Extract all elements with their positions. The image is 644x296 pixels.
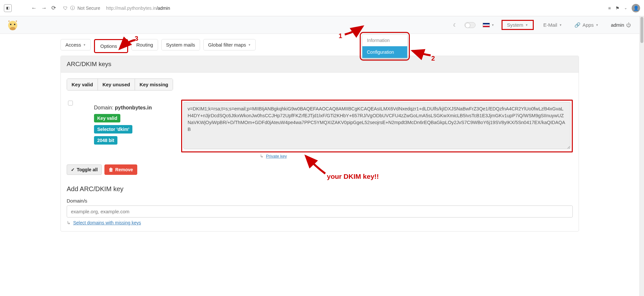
dark-mode-toggle[interactable] [464,22,476,28]
badge-bits: 2048 bit [94,136,117,145]
dark-mode-icon: ☾ [453,22,457,28]
add-key-title: Add ARC/DKIM key [67,185,573,193]
nav-apps-label: Apps [583,22,594,28]
trash-icon: 🗑 [109,167,113,172]
key-status-filter: Key valid Key unused Key missing [67,78,173,91]
select-missing-line: ↳ Select domains with missing keys [67,220,573,225]
check-icon: ✓ [71,167,75,172]
badge-selector: Selector 'dkim' [94,125,132,134]
info-icon: ⓘ [70,5,75,11]
select-missing-link[interactable]: Select domains with missing keys [73,220,141,225]
filter-key-unused[interactable]: Key unused [98,79,135,90]
domains-input[interactable] [67,205,573,218]
back-icon[interactable]: ← [31,5,37,11]
tab-access[interactable]: Access▼ [60,39,91,50]
badge-key-valid: Key valid [94,114,120,122]
config-tabs: Access▼ Options▼ Routing System mails Gl… [0,34,639,53]
language-switcher[interactable]: ▼ [483,23,494,27]
svg-point-2 [10,23,11,25]
user-menu[interactable]: admin ⏻ [608,21,634,29]
system-dropdown: Information Configuration [362,34,408,58]
dkim-key-textarea[interactable] [183,102,570,149]
tab-global-filter[interactable]: Global filter maps▼ [203,39,256,50]
url-path: /admin [156,6,170,11]
chevron-down-icon: ▼ [559,23,562,27]
domain-value: pythonbytes.in [115,105,152,110]
private-key-link[interactable]: Private key [266,154,287,159]
dkim-key-row: Domain: pythonbytes.in Key valid Selecto… [67,100,573,152]
mailcow-logo[interactable] [6,18,20,32]
tab-options-label: Options [100,43,117,49]
chevron-down-icon: ▼ [525,23,528,27]
return-arrow-icon: ↳ [260,154,263,159]
link-icon: 🔗 [574,22,581,28]
app-header: ☾ ▼ System ▼ E-Mail ▼ 🔗 Apps ▼ admin ⏻ [0,16,639,34]
nav-email-label: E-Mail [543,22,557,28]
bookmark-icon[interactable]: ⚑ [615,6,620,11]
chevron-down-icon: ▼ [83,43,86,47]
security-indicator[interactable]: 🛡 ⓘ Not Secure [63,5,100,11]
chevron-down-icon: ▼ [119,45,122,48]
scrollbar-thumb[interactable] [640,17,643,43]
chevron-down-icon: ▼ [248,43,251,47]
dkim-key-container [181,100,573,152]
panel-title: ARC/DKIM keys [61,56,579,73]
toggle-all-label: Toggle all [77,167,98,172]
nav-system[interactable]: System ▼ [502,20,534,30]
browser-toolbar: ◧ ← → ⟳ 🛡 ⓘ Not Secure http://mail.pytho… [0,0,644,16]
forward-icon[interactable]: → [41,5,47,11]
profile-avatar-icon[interactable]: 👤 [632,4,640,12]
domains-field-label: Domain/s [67,198,573,204]
shield-icon: 🛡 [63,6,68,11]
domain-label: Domain: [94,105,114,110]
svg-point-3 [14,23,15,25]
nav-apps[interactable]: 🔗 Apps ▼ [572,21,601,29]
row-checkbox[interactable] [68,101,73,106]
nav-email[interactable]: E-Mail ▼ [541,21,565,29]
remove-label: Remove [115,167,133,172]
chevron-down-icon[interactable]: ⌄ [624,6,627,10]
dropdown-item-configuration[interactable]: Configuration [362,46,407,58]
nav-system-label: System [507,22,523,28]
tab-routing[interactable]: Routing [131,39,158,50]
filter-key-valid[interactable]: Key valid [67,79,98,90]
tab-system-mails[interactable]: System mails [161,39,200,50]
tab-global-filter-label: Global filter maps [208,42,246,48]
power-icon: ⏻ [626,22,631,28]
chevron-down-icon: ▼ [491,23,494,27]
sidebar-toggle-icon[interactable]: ◧ [4,4,12,12]
not-secure-label: Not Secure [77,6,100,11]
reader-icon[interactable]: ≡ [608,6,611,11]
reload-icon[interactable]: ⟳ [51,5,56,11]
uk-flag-icon [483,23,490,27]
scrollbar[interactable] [639,16,644,296]
toggle-all-button[interactable]: ✓Toggle all [67,164,102,175]
return-arrow-icon: ↳ [67,220,71,225]
username-label: admin [611,22,624,28]
remove-button[interactable]: 🗑Remove [104,164,137,175]
dkim-panel: ARC/DKIM keys Key valid Key unused Key m… [60,56,579,232]
tab-options[interactable]: Options▼ [94,39,128,53]
filter-key-missing[interactable]: Key missing [135,79,173,90]
bulk-actions: ✓Toggle all 🗑Remove [67,164,573,175]
chevron-down-icon: ▼ [596,23,598,27]
private-key-line: ↳ Private key [260,154,573,159]
address-bar[interactable]: http://mail.pythonbytes.in/admin [106,6,170,11]
svg-point-1 [10,27,16,30]
url-host: http://mail.pythonbytes.in [106,6,156,11]
domain-line: Domain: pythonbytes.in [94,105,152,111]
tab-access-label: Access [65,42,81,48]
dropdown-item-information[interactable]: Information [362,35,407,46]
